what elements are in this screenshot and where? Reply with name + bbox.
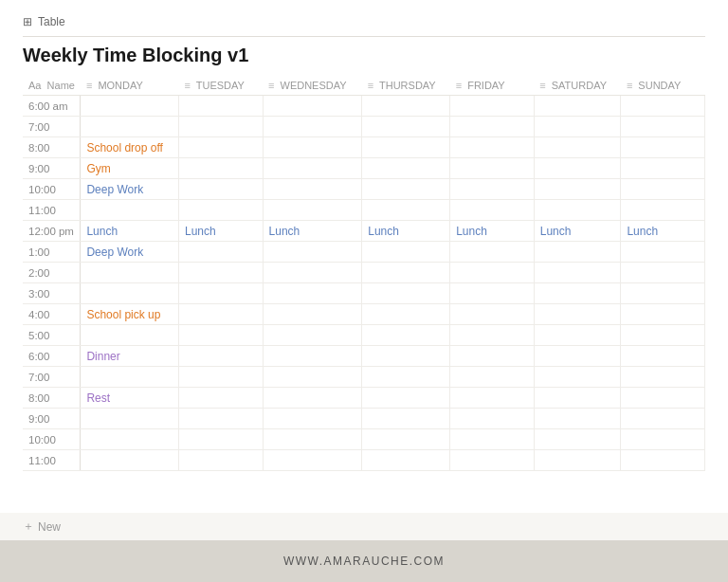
monday-cell[interactable] — [81, 263, 179, 283]
sunday-cell[interactable] — [621, 200, 705, 221]
monday-cell[interactable]: Gym — [81, 158, 179, 179]
tuesday-cell[interactable] — [178, 117, 263, 137]
friday-cell[interactable] — [450, 388, 535, 409]
thursday-cell[interactable] — [362, 325, 450, 346]
friday-cell[interactable] — [450, 450, 535, 471]
tuesday-cell[interactable] — [178, 242, 263, 263]
tuesday-cell[interactable] — [178, 263, 263, 283]
tuesday-cell[interactable] — [178, 367, 263, 388]
monday-cell[interactable] — [81, 283, 179, 304]
sunday-cell[interactable] — [621, 242, 705, 263]
friday-cell[interactable] — [450, 304, 535, 325]
wednesday-cell[interactable]: Lunch — [263, 221, 362, 242]
wednesday-cell[interactable] — [263, 117, 362, 137]
thursday-cell[interactable] — [362, 283, 450, 304]
friday-cell[interactable] — [450, 117, 535, 137]
tuesday-cell[interactable] — [178, 137, 263, 158]
monday-cell[interactable] — [81, 450, 179, 471]
saturday-cell[interactable] — [534, 200, 621, 221]
sunday-cell[interactable] — [621, 283, 705, 304]
wednesday-cell[interactable] — [263, 325, 362, 346]
wednesday-cell[interactable] — [263, 409, 362, 429]
friday-cell[interactable] — [450, 429, 535, 450]
sunday-cell[interactable] — [621, 179, 705, 200]
sunday-cell[interactable] — [621, 96, 705, 117]
thursday-cell[interactable] — [362, 200, 450, 221]
thursday-cell[interactable]: Lunch — [362, 221, 450, 242]
tuesday-cell[interactable] — [178, 304, 263, 325]
friday-cell[interactable] — [450, 263, 535, 283]
saturday-cell[interactable] — [534, 137, 621, 158]
saturday-cell[interactable] — [534, 409, 621, 429]
saturday-cell[interactable] — [534, 429, 621, 450]
sunday-cell[interactable] — [621, 367, 705, 388]
saturday-cell[interactable] — [534, 388, 621, 409]
new-row-button[interactable]: ＋ New — [0, 513, 728, 540]
friday-cell[interactable] — [450, 367, 535, 388]
friday-cell[interactable] — [450, 283, 535, 304]
monday-cell[interactable]: Deep Work — [81, 242, 179, 263]
tuesday-cell[interactable] — [178, 450, 263, 471]
monday-cell[interactable]: Rest — [81, 388, 179, 409]
wednesday-cell[interactable] — [263, 137, 362, 158]
saturday-cell[interactable] — [534, 179, 621, 200]
saturday-cell[interactable] — [534, 96, 621, 117]
saturday-cell[interactable] — [534, 304, 621, 325]
monday-cell[interactable] — [81, 429, 179, 450]
sunday-cell[interactable] — [621, 346, 705, 367]
sunday-cell[interactable] — [621, 429, 705, 450]
sunday-cell[interactable] — [621, 263, 705, 283]
wednesday-cell[interactable] — [263, 304, 362, 325]
tuesday-cell[interactable] — [178, 200, 263, 221]
thursday-cell[interactable] — [362, 409, 450, 429]
sunday-cell[interactable] — [621, 409, 705, 429]
monday-cell[interactable] — [81, 367, 179, 388]
tuesday-cell[interactable] — [178, 388, 263, 409]
friday-cell[interactable] — [450, 179, 535, 200]
friday-cell[interactable] — [450, 325, 535, 346]
friday-cell[interactable] — [450, 409, 535, 429]
friday-cell[interactable] — [450, 200, 535, 221]
tuesday-cell[interactable] — [178, 179, 263, 200]
monday-cell[interactable] — [81, 117, 179, 137]
monday-cell[interactable] — [81, 409, 179, 429]
thursday-cell[interactable] — [362, 242, 450, 263]
sunday-cell[interactable] — [621, 450, 705, 471]
monday-cell[interactable] — [81, 200, 179, 221]
wednesday-cell[interactable] — [263, 242, 362, 263]
saturday-cell[interactable] — [534, 367, 621, 388]
thursday-cell[interactable] — [362, 367, 450, 388]
tuesday-cell[interactable] — [178, 325, 263, 346]
saturday-cell[interactable] — [534, 263, 621, 283]
saturday-cell[interactable] — [534, 346, 621, 367]
sunday-cell[interactable] — [621, 388, 705, 409]
sunday-cell[interactable] — [621, 137, 705, 158]
saturday-cell[interactable] — [534, 325, 621, 346]
wednesday-cell[interactable] — [263, 179, 362, 200]
thursday-cell[interactable] — [362, 158, 450, 179]
friday-cell[interactable]: Lunch — [450, 221, 535, 242]
monday-cell[interactable]: School drop off — [81, 137, 179, 158]
wednesday-cell[interactable] — [263, 283, 362, 304]
thursday-cell[interactable] — [362, 137, 450, 158]
saturday-cell[interactable] — [534, 450, 621, 471]
sunday-cell[interactable]: Lunch — [621, 221, 705, 242]
sunday-cell[interactable] — [621, 325, 705, 346]
wednesday-cell[interactable] — [263, 367, 362, 388]
tuesday-cell[interactable] — [178, 346, 263, 367]
thursday-cell[interactable] — [362, 117, 450, 137]
wednesday-cell[interactable] — [263, 200, 362, 221]
thursday-cell[interactable] — [362, 179, 450, 200]
tuesday-cell[interactable] — [178, 409, 263, 429]
monday-cell[interactable] — [81, 325, 179, 346]
thursday-cell[interactable] — [362, 346, 450, 367]
monday-cell[interactable]: School pick up — [81, 304, 179, 325]
saturday-cell[interactable] — [534, 283, 621, 304]
monday-cell[interactable]: Lunch — [81, 221, 179, 242]
saturday-cell[interactable] — [534, 158, 621, 179]
friday-cell[interactable] — [450, 346, 535, 367]
wednesday-cell[interactable] — [263, 96, 362, 117]
saturday-cell[interactable] — [534, 242, 621, 263]
wednesday-cell[interactable] — [263, 429, 362, 450]
monday-cell[interactable]: Deep Work — [81, 179, 179, 200]
